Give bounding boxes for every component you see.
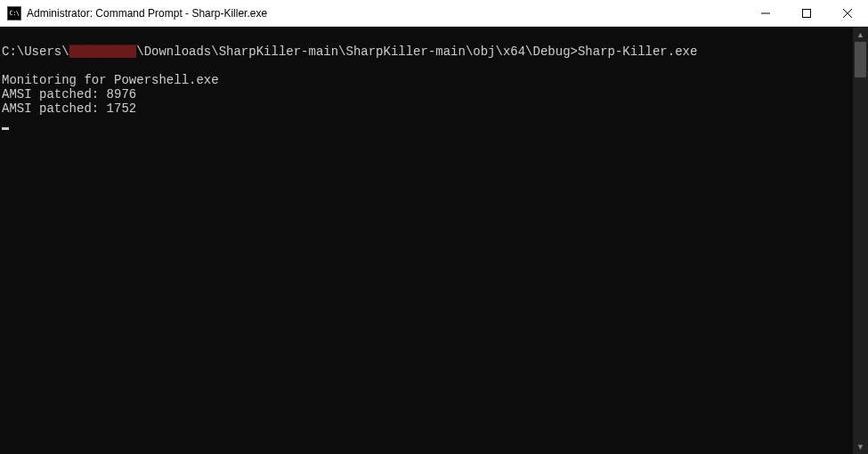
scroll-thumb[interactable] (855, 42, 866, 77)
terminal-output[interactable]: C:\Users\█████████\Downloads\SharpKiller… (0, 27, 853, 454)
cmd-icon: C:\ (7, 6, 21, 20)
output-line: AMSI patched: 8976 (2, 87, 136, 101)
maximize-button[interactable] (786, 0, 827, 26)
redacted-username: █████████ (69, 45, 137, 58)
command-text: Sharp-Killer.exe (578, 45, 697, 59)
cursor (2, 127, 9, 130)
titlebar: C:\ Administrator: Command Prompt - Shar… (0, 0, 868, 27)
output-line: Monitoring for Powershell.exe (2, 73, 219, 87)
window-title: Administrator: Command Prompt - Sharp-Ki… (27, 7, 267, 20)
prompt-line: C:\Users\█████████\Downloads\SharpKiller… (2, 45, 851, 59)
terminal-container: C:\Users\█████████\Downloads\SharpKiller… (0, 27, 868, 454)
scrollbar[interactable]: ▲ ▼ (853, 27, 868, 454)
scroll-down-arrow-icon[interactable]: ▼ (853, 439, 868, 454)
prompt-prefix: C:\Users\ (2, 45, 69, 59)
prompt-suffix: \Downloads\SharpKiller-main\SharpKiller-… (136, 45, 578, 59)
close-button[interactable] (827, 0, 868, 26)
window-controls (745, 0, 868, 26)
scroll-up-arrow-icon[interactable]: ▲ (853, 27, 868, 42)
cmd-icon-text: C:\ (9, 10, 19, 17)
output-line: AMSI patched: 1752 (2, 101, 136, 116)
minimize-button[interactable] (745, 0, 786, 26)
svg-rect-1 (803, 9, 811, 17)
